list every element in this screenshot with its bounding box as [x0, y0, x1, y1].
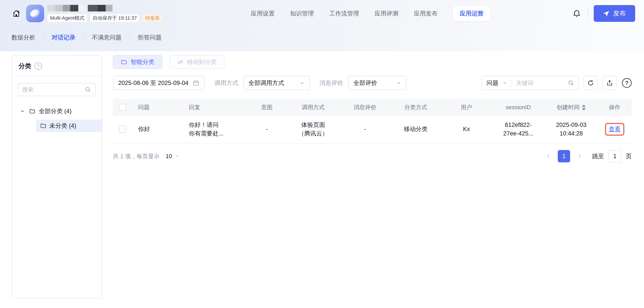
pagination-controls: 1 跳至 页 [544, 150, 632, 162]
tab-conversation-log[interactable]: 对话记录 [52, 34, 76, 42]
session-id-line-1: 612ef822- [493, 121, 544, 129]
call-method-select[interactable]: 全部调用方式 [244, 76, 310, 90]
col-created-at[interactable]: 创建时间 [545, 104, 598, 111]
autosave-tag: 自动保存于 19:11:37 [90, 14, 140, 22]
notification-button[interactable] [572, 8, 582, 18]
transfer-icon: ⇌ [178, 59, 183, 65]
home-icon [12, 9, 21, 18]
tab-separator [130, 34, 130, 40]
select-all-checkbox[interactable] [119, 104, 126, 111]
page-number-1[interactable]: 1 [558, 150, 570, 162]
app-operations-page: Multi-Agent模式 自动保存于 19:11:37 待发布 应用设置 知识… [0, 0, 644, 308]
cell-call-method: 体验页面 （腾讯云） [287, 121, 340, 138]
filter-bar: 2025-08-06 至 2025-09-04 调用方式 全部调用方式 消息评价 [113, 76, 632, 90]
redacted-name-block-1 [47, 5, 84, 12]
page-size-value: 10 [166, 153, 172, 160]
page-size-select[interactable]: 10 [166, 153, 179, 160]
cell-created-at: 2025-09-03 10:44:28 [545, 121, 598, 138]
smart-classify-button[interactable]: 智能分类 [113, 55, 162, 69]
view-link[interactable]: 查看 [609, 126, 620, 132]
col-feedback: 消息评价 [340, 104, 390, 111]
app-title-redacted [47, 5, 162, 12]
col-reply: 回复 [183, 104, 247, 111]
nav-app-settings[interactable]: 应用设置 [251, 10, 274, 18]
cell-action: 查看 [598, 123, 632, 136]
jump-prefix: 跳至 [592, 152, 604, 160]
nav-operations[interactable]: 应用运营 [453, 6, 490, 21]
logo-swirl-icon [30, 8, 40, 19]
category-tree: 全部分类 (4) 未分类 (4) [18, 105, 96, 132]
col-user: 用户 [441, 104, 492, 111]
date-range-value: 2025-08-06 至 2025-09-04 [118, 79, 188, 87]
category-help-icon[interactable]: ? [34, 62, 42, 70]
sidebar-body: 全部分类 (4) 未分类 (4) [12, 76, 102, 138]
nav-workflow[interactable]: 工作流管理 [329, 10, 359, 18]
tree-item-label: 未分类 (4) [50, 122, 76, 130]
header-divider [588, 9, 588, 18]
search-field-select[interactable]: 问题 [482, 79, 512, 87]
feedback-select[interactable]: 全部评价 [348, 76, 406, 90]
table-row: 你好 你好！请问 你有需要处... - 体验页面 （腾讯云） - 移动分类 Kx… [113, 116, 632, 144]
export-button[interactable] [602, 76, 617, 90]
app-tags: Multi-Agent模式 自动保存于 19:11:37 待发布 [47, 14, 162, 22]
refresh-icon [587, 80, 594, 86]
call-method-label: 调用方式 [214, 79, 238, 87]
created-at-label: 创建时间 [557, 104, 580, 110]
nav-release[interactable]: 应用发布 [414, 10, 438, 18]
category-sidebar: 分类 ? [12, 55, 102, 299]
tab-data-analysis[interactable]: 数据分析 [12, 34, 35, 42]
tab-rejected-questions[interactable]: 拒答问题 [138, 34, 162, 42]
next-page-button[interactable] [575, 152, 584, 160]
tree-item-label: 全部分类 (4) [39, 107, 72, 115]
cell-question: 你好 [132, 125, 183, 134]
tab-separator [83, 34, 84, 40]
export-icon [606, 80, 613, 86]
keyword-input[interactable] [516, 80, 568, 86]
top-banner: Multi-Agent模式 自动保存于 19:11:37 待发布 应用设置 知识… [0, 0, 644, 51]
redacted-name-block-2 [88, 5, 112, 12]
tab-separator [43, 34, 44, 40]
folder-icon [121, 59, 127, 65]
col-action: 操作 [598, 104, 632, 111]
home-button[interactable] [12, 8, 21, 18]
date-range-picker[interactable]: 2025-08-06 至 2025-09-04 [113, 76, 205, 90]
smart-classify-label: 智能分类 [130, 58, 154, 66]
category-search-input[interactable] [22, 86, 85, 93]
cell-classify-method: 移动分类 [390, 125, 441, 134]
folder-icon [40, 123, 46, 129]
move-to-category-label: 移动到分类 [187, 58, 216, 66]
nav-knowledge[interactable]: 知识管理 [290, 10, 314, 18]
sort-icon[interactable] [582, 104, 586, 110]
section-tabs: 数据分析 对话记录 不满意问题 拒答问题 [0, 27, 644, 50]
calendar-icon [193, 80, 200, 86]
chevron-down-icon [502, 80, 507, 86]
chevron-down-icon[interactable] [20, 108, 26, 114]
app-title-block: Multi-Agent模式 自动保存于 19:11:37 待发布 [47, 5, 162, 22]
created-at-line-1: 2025-09-03 [546, 121, 596, 129]
cell-reply: 你好！请问 你有需要处... [183, 121, 247, 138]
search-field-value: 问题 [486, 79, 498, 87]
row-checkbox-cell [113, 126, 132, 133]
search-icon [568, 80, 574, 86]
header-right: 发布 [572, 5, 635, 22]
row-checkbox[interactable] [119, 126, 126, 133]
pagination-bar: 共 1 项，每页显示 10 1 跳至 [113, 150, 632, 162]
nav-evaluation[interactable]: 应用评测 [374, 10, 398, 18]
tree-item-all-categories[interactable]: 全部分类 (4) [18, 105, 96, 118]
app-logo [26, 5, 44, 22]
chevron-down-icon [175, 154, 179, 158]
cell-user: Kx [441, 125, 492, 134]
status-badge: 待发布 [142, 14, 162, 22]
content-area: 分类 ? [0, 51, 644, 299]
move-to-category-button[interactable]: ⇌ 移动到分类 [170, 55, 224, 69]
refresh-button[interactable] [584, 76, 598, 90]
jump-page-input[interactable] [608, 150, 621, 162]
mode-tag: Multi-Agent模式 [47, 14, 87, 22]
publish-button[interactable]: 发布 [594, 5, 635, 22]
prev-page-button[interactable] [544, 152, 553, 160]
tree-item-uncategorized[interactable]: 未分类 (4) [36, 120, 103, 132]
top-nav: 应用设置 知识管理 工作流管理 应用评测 应用发布 应用运营 [244, 6, 490, 21]
help-icon[interactable]: ? [622, 78, 632, 88]
session-id-line-2: 27ee-425... [493, 129, 544, 138]
tab-unsatisfied-questions[interactable]: 不满意问题 [92, 34, 122, 42]
